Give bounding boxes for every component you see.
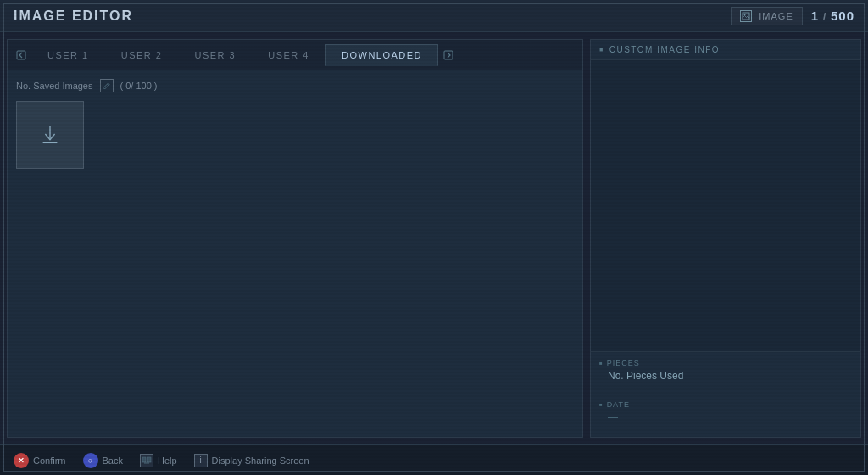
header: IMAGE EDITOR IMAGE 1 / 500 (0, 0, 868, 32)
pieces-value: — (599, 382, 852, 394)
svg-rect-3 (444, 51, 453, 59)
main-content: USER 1 USER 2 USER 3 USER 4 DOWNLOADED N… (0, 32, 868, 444)
image-label: IMAGE (731, 7, 802, 25)
page-title: IMAGE EDITOR (14, 8, 133, 24)
counter-max: 500 (831, 8, 854, 23)
tab-nav-right[interactable] (438, 45, 459, 65)
content-area: No. Saved Images ( 0/ 100 ) (8, 70, 582, 437)
custom-image-info-label: CUSTOM IMAGE INFO (609, 45, 720, 54)
help-key-icon (140, 454, 153, 467)
svg-rect-7 (142, 457, 146, 462)
svg-rect-8 (147, 457, 151, 462)
left-panel: USER 1 USER 2 USER 3 USER 4 DOWNLOADED N… (7, 39, 583, 438)
footer-confirm: ✕ Confirm (14, 453, 66, 468)
pieces-section: PIECES No. Pieces Used — (599, 359, 852, 394)
counter-separator: / (823, 10, 831, 23)
header-right: IMAGE 1 / 500 (731, 7, 854, 25)
sharing-key-icon: i (194, 454, 208, 467)
tab-user1[interactable]: USER 1 (31, 44, 105, 66)
right-panel-info: PIECES No. Pieces Used — DATE — (591, 351, 860, 437)
tab-nav-left[interactable] (11, 45, 31, 65)
svg-rect-2 (17, 51, 25, 59)
image-icon (740, 10, 752, 22)
tab-user3[interactable]: USER 3 (179, 44, 253, 66)
download-icon (38, 123, 62, 147)
footer-back: ○ Back (83, 453, 123, 468)
back-label: Back (103, 455, 123, 466)
footer-help: Help (140, 454, 177, 467)
svg-rect-0 (743, 13, 749, 20)
counter-current: 1 (811, 8, 819, 23)
right-panel-preview (591, 60, 860, 351)
back-button-icon: ○ (83, 453, 98, 468)
image-grid (16, 101, 574, 169)
date-value: — (599, 411, 852, 423)
date-section: DATE — (599, 400, 852, 423)
sharing-label: Display Sharing Screen (212, 455, 309, 466)
footer-sharing: i Display Sharing Screen (194, 454, 309, 467)
image-label-text: IMAGE (759, 11, 793, 21)
tabs-bar: USER 1 USER 2 USER 3 USER 4 DOWNLOADED (8, 40, 582, 70)
pieces-label: No. Pieces Used (599, 370, 852, 382)
tab-user4[interactable]: USER 4 (252, 44, 326, 66)
download-slot[interactable] (16, 101, 84, 169)
edit-icon[interactable] (100, 79, 114, 92)
saved-count: ( 0/ 100 ) (120, 81, 158, 91)
confirm-button-icon: ✕ (14, 453, 29, 468)
right-panel: CUSTOM IMAGE INFO PIECES No. Pieces Used… (590, 39, 861, 438)
confirm-label: Confirm (33, 455, 66, 466)
tab-downloaded[interactable]: DOWNLOADED (326, 44, 438, 66)
right-panel-header: CUSTOM IMAGE INFO (591, 40, 860, 60)
tab-user2[interactable]: USER 2 (105, 44, 179, 66)
header-counter: 1 / 500 (811, 8, 854, 23)
pieces-section-label: PIECES (599, 359, 852, 367)
date-section-label: DATE (599, 400, 852, 409)
footer: ✕ Confirm ○ Back Help i Display Sharing … (0, 444, 868, 475)
saved-images-label: No. Saved Images (16, 81, 93, 91)
saved-images-header: No. Saved Images ( 0/ 100 ) (16, 79, 574, 92)
help-label: Help (158, 455, 177, 466)
